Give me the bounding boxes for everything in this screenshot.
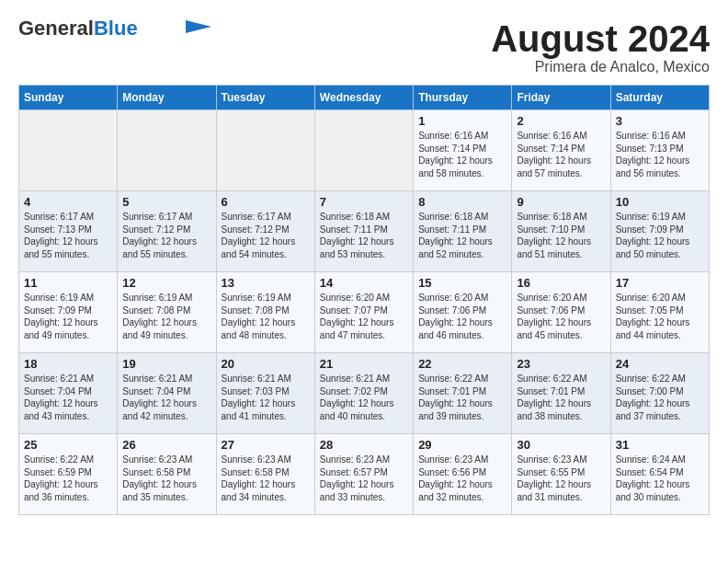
calendar-day-cell: 9Sunrise: 6:18 AM Sunset: 7:10 PM Daylig… [512, 191, 610, 272]
day-info: Sunrise: 6:20 AM Sunset: 7:06 PM Dayligh… [418, 292, 506, 341]
day-info: Sunrise: 6:23 AM Sunset: 6:58 PM Dayligh… [222, 454, 310, 503]
calendar-day-cell: 30Sunrise: 6:23 AM Sunset: 6:55 PM Dayli… [512, 434, 610, 515]
calendar-day-cell: 26Sunrise: 6:23 AM Sunset: 6:58 PM Dayli… [118, 434, 216, 515]
day-info: Sunrise: 6:22 AM Sunset: 7:01 PM Dayligh… [517, 373, 605, 422]
calendar-day-cell: 14Sunrise: 6:20 AM Sunset: 7:07 PM Dayli… [314, 272, 413, 353]
day-info: Sunrise: 6:19 AM Sunset: 7:09 PM Dayligh… [24, 292, 112, 341]
day-number: 1 [418, 114, 506, 128]
day-number: 27 [222, 438, 310, 452]
calendar-body: 1Sunrise: 6:16 AM Sunset: 7:14 PM Daylig… [19, 110, 710, 515]
calendar-day-cell: 4Sunrise: 6:17 AM Sunset: 7:13 PM Daylig… [19, 191, 118, 272]
day-info: Sunrise: 6:21 AM Sunset: 7:03 PM Dayligh… [222, 373, 310, 422]
calendar-day-cell: 15Sunrise: 6:20 AM Sunset: 7:06 PM Dayli… [414, 272, 512, 353]
logo: GeneralBlue [18, 18, 211, 39]
day-number: 21 [320, 357, 408, 371]
day-info: Sunrise: 6:18 AM Sunset: 7:11 PM Dayligh… [418, 211, 506, 260]
calendar-day-cell: 21Sunrise: 6:21 AM Sunset: 7:02 PM Dayli… [314, 353, 413, 434]
day-number: 13 [222, 276, 310, 290]
calendar-day-cell: 8Sunrise: 6:18 AM Sunset: 7:11 PM Daylig… [414, 191, 512, 272]
logo-text: GeneralBlue [18, 18, 138, 39]
day-number: 20 [222, 357, 310, 371]
calendar-day-cell: 25Sunrise: 6:22 AM Sunset: 6:59 PM Dayli… [19, 434, 118, 515]
day-number: 23 [517, 357, 605, 371]
weekday-header-cell: Tuesday [216, 86, 314, 110]
day-info: Sunrise: 6:21 AM Sunset: 7:04 PM Dayligh… [122, 373, 210, 422]
weekday-header-cell: Wednesday [314, 86, 413, 110]
calendar-day-cell: 13Sunrise: 6:19 AM Sunset: 7:08 PM Dayli… [216, 272, 314, 353]
day-info: Sunrise: 6:24 AM Sunset: 6:54 PM Dayligh… [616, 454, 704, 503]
calendar-day-cell: 12Sunrise: 6:19 AM Sunset: 7:08 PM Dayli… [118, 272, 216, 353]
calendar-week-row: 4Sunrise: 6:17 AM Sunset: 7:13 PM Daylig… [19, 191, 710, 272]
day-info: Sunrise: 6:22 AM Sunset: 7:00 PM Dayligh… [616, 373, 704, 422]
day-info: Sunrise: 6:18 AM Sunset: 7:11 PM Dayligh… [320, 211, 408, 260]
weekday-header-cell: Friday [512, 86, 610, 110]
month-title: August 2024 [491, 18, 710, 59]
day-number: 4 [24, 195, 112, 209]
location-subtitle: Primera de Analco, Mexico [491, 59, 710, 75]
day-number: 5 [122, 195, 210, 209]
day-info: Sunrise: 6:20 AM Sunset: 7:07 PM Dayligh… [320, 292, 408, 341]
calendar-day-cell: 18Sunrise: 6:21 AM Sunset: 7:04 PM Dayli… [19, 353, 118, 434]
day-info: Sunrise: 6:19 AM Sunset: 7:08 PM Dayligh… [122, 292, 210, 341]
day-number: 14 [320, 276, 408, 290]
day-number: 15 [418, 276, 506, 290]
calendar-day-cell: 3Sunrise: 6:16 AM Sunset: 7:13 PM Daylig… [610, 110, 709, 191]
calendar-week-row: 11Sunrise: 6:19 AM Sunset: 7:09 PM Dayli… [19, 272, 710, 353]
day-info: Sunrise: 6:17 AM Sunset: 7:12 PM Dayligh… [122, 211, 210, 260]
day-info: Sunrise: 6:16 AM Sunset: 7:13 PM Dayligh… [616, 130, 704, 179]
weekday-header-row: SundayMondayTuesdayWednesdayThursdayFrid… [19, 86, 710, 110]
day-number: 16 [517, 276, 605, 290]
logo-icon [186, 20, 211, 33]
svg-marker-0 [186, 20, 211, 33]
day-info: Sunrise: 6:16 AM Sunset: 7:14 PM Dayligh… [517, 130, 605, 179]
day-number: 19 [122, 357, 210, 371]
calendar-table: SundayMondayTuesdayWednesdayThursdayFrid… [18, 85, 710, 515]
calendar-day-cell: 20Sunrise: 6:21 AM Sunset: 7:03 PM Dayli… [216, 353, 314, 434]
day-number: 17 [616, 276, 704, 290]
title-area: August 2024 Primera de Analco, Mexico [491, 18, 710, 75]
day-info: Sunrise: 6:17 AM Sunset: 7:12 PM Dayligh… [222, 211, 310, 260]
calendar-day-cell: 19Sunrise: 6:21 AM Sunset: 7:04 PM Dayli… [118, 353, 216, 434]
calendar-day-cell [19, 110, 118, 191]
day-info: Sunrise: 6:22 AM Sunset: 6:59 PM Dayligh… [24, 454, 112, 503]
calendar-day-cell: 24Sunrise: 6:22 AM Sunset: 7:00 PM Dayli… [610, 353, 709, 434]
calendar-day-cell: 23Sunrise: 6:22 AM Sunset: 7:01 PM Dayli… [512, 353, 610, 434]
calendar-day-cell: 7Sunrise: 6:18 AM Sunset: 7:11 PM Daylig… [314, 191, 413, 272]
calendar-day-cell: 29Sunrise: 6:23 AM Sunset: 6:56 PM Dayli… [414, 434, 512, 515]
day-info: Sunrise: 6:21 AM Sunset: 7:02 PM Dayligh… [320, 373, 408, 422]
day-number: 30 [517, 438, 605, 452]
day-number: 9 [517, 195, 605, 209]
calendar-day-cell: 22Sunrise: 6:22 AM Sunset: 7:01 PM Dayli… [414, 353, 512, 434]
calendar-week-row: 18Sunrise: 6:21 AM Sunset: 7:04 PM Dayli… [19, 353, 710, 434]
calendar-day-cell [118, 110, 216, 191]
day-info: Sunrise: 6:18 AM Sunset: 7:10 PM Dayligh… [517, 211, 605, 260]
day-info: Sunrise: 6:23 AM Sunset: 6:55 PM Dayligh… [517, 454, 605, 503]
calendar-day-cell: 17Sunrise: 6:20 AM Sunset: 7:05 PM Dayli… [610, 272, 709, 353]
day-info: Sunrise: 6:23 AM Sunset: 6:57 PM Dayligh… [320, 454, 408, 503]
weekday-header-cell: Monday [118, 86, 216, 110]
day-number: 3 [616, 114, 704, 128]
day-number: 11 [24, 276, 112, 290]
calendar-day-cell: 16Sunrise: 6:20 AM Sunset: 7:06 PM Dayli… [512, 272, 610, 353]
day-number: 6 [222, 195, 310, 209]
day-info: Sunrise: 6:17 AM Sunset: 7:13 PM Dayligh… [24, 211, 112, 260]
day-number: 29 [418, 438, 506, 452]
day-number: 8 [418, 195, 506, 209]
day-number: 12 [122, 276, 210, 290]
calendar-week-row: 25Sunrise: 6:22 AM Sunset: 6:59 PM Dayli… [19, 434, 710, 515]
day-number: 7 [320, 195, 408, 209]
calendar-day-cell: 27Sunrise: 6:23 AM Sunset: 6:58 PM Dayli… [216, 434, 314, 515]
calendar-day-cell: 1Sunrise: 6:16 AM Sunset: 7:14 PM Daylig… [414, 110, 512, 191]
day-info: Sunrise: 6:20 AM Sunset: 7:06 PM Dayligh… [517, 292, 605, 341]
calendar-day-cell: 11Sunrise: 6:19 AM Sunset: 7:09 PM Dayli… [19, 272, 118, 353]
page-header: GeneralBlue August 2024 Primera de Analc… [18, 18, 710, 75]
calendar-week-row: 1Sunrise: 6:16 AM Sunset: 7:14 PM Daylig… [19, 110, 710, 191]
weekday-header-cell: Thursday [414, 86, 512, 110]
day-number: 31 [616, 438, 704, 452]
calendar-day-cell: 31Sunrise: 6:24 AM Sunset: 6:54 PM Dayli… [610, 434, 709, 515]
weekday-header-cell: Sunday [19, 86, 118, 110]
calendar-day-cell: 28Sunrise: 6:23 AM Sunset: 6:57 PM Dayli… [314, 434, 413, 515]
day-number: 26 [122, 438, 210, 452]
weekday-header-cell: Saturday [610, 86, 709, 110]
day-number: 28 [320, 438, 408, 452]
